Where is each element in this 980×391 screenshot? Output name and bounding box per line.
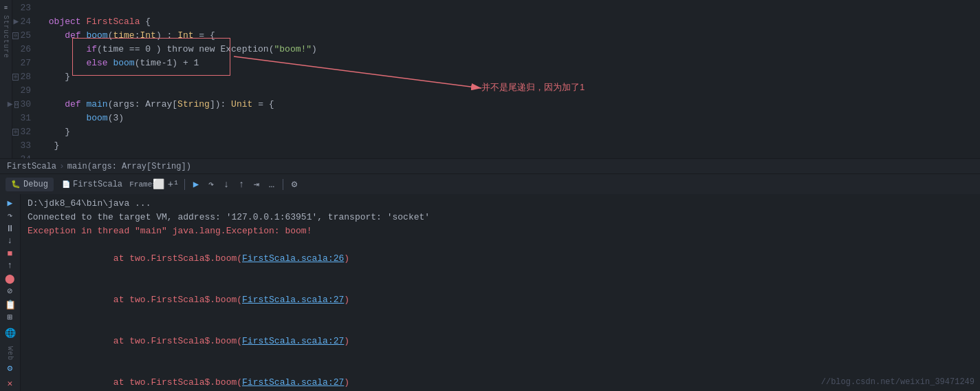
- step-over-btn[interactable]: ↷: [204, 178, 218, 191]
- stack-link-2[interactable]: FirstScala.scala:27: [242, 295, 344, 305]
- web-label: Web: [6, 346, 14, 361]
- step-out-icon-btn[interactable]: ↑: [3, 260, 18, 271]
- code-line-23: [43, 1, 980, 15]
- code-lines: object FirstScala { def boom(time:Int) :…: [43, 1, 980, 158]
- restore-layout-btn[interactable]: ⊞: [3, 312, 18, 323]
- debug-controls: Frames ⬜ +¹ ▶ ↷ ↓ ↑ ⇥ … ⚙: [136, 178, 301, 191]
- stack-trace-prefix-4: at two.FirstScala$.boom(: [70, 377, 242, 388]
- evaluate-btn[interactable]: …: [265, 178, 279, 191]
- run-cursor-btn[interactable]: ⇥: [250, 178, 263, 191]
- settings-btn[interactable]: ⚙: [287, 178, 301, 191]
- console-icon: ⬜: [153, 178, 164, 190]
- code-line-34: [43, 153, 980, 158]
- debug-tab-icon: 🐛: [11, 180, 21, 189]
- ln-27: 27: [12, 56, 36, 70]
- breadcrumb-item-1: FirstScala: [7, 162, 56, 171]
- pause-icon-btn[interactable]: ⏸: [3, 224, 18, 234]
- toolbar-divider2: [283, 179, 283, 190]
- close-debug-btn[interactable]: ✕: [3, 376, 18, 391]
- view-breakpoints-btn[interactable]: ⬤: [3, 273, 18, 284]
- ln-31: 31: [12, 112, 36, 125]
- code-line-31: boom(3): [43, 112, 980, 125]
- ln-24: ▶ 24: [12, 15, 36, 29]
- console-line-7: at two.FirstScala$.boom(FirstScala.scala…: [28, 362, 973, 391]
- ln-29: 29: [12, 84, 36, 98]
- debug-tab-label: Debug: [23, 180, 48, 189]
- structure-icon: ≡: [1, 3, 11, 13]
- ln-34: 34: [12, 153, 36, 158]
- console-line-1: D:\jdk8_64\bin\java ...: [28, 197, 973, 211]
- structure-label: Structure: [2, 15, 10, 59]
- ln-33: 33: [12, 139, 36, 153]
- gear-icon-btn[interactable]: ⚙: [3, 361, 18, 376]
- structure-strip: ≡ Structure: [0, 0, 12, 158]
- mute-breakpoints-btn[interactable]: ⊘: [3, 286, 18, 297]
- restore-btn[interactable]: +¹: [166, 178, 180, 191]
- stack-link-1[interactable]: FirstScala.scala:26: [242, 253, 344, 264]
- stack-trace-prefix-2: at two.FirstScala$.boom(: [70, 295, 242, 305]
- console-line-3: Exception in thread "main" java.lang.Exc…: [28, 224, 973, 238]
- frames-btn[interactable]: Frames: [136, 178, 150, 191]
- code-line-32: }: [43, 125, 980, 139]
- firstscala-tab-icon: 📄: [62, 180, 70, 189]
- ln-23: 23: [12, 1, 36, 15]
- step-into-icon-btn[interactable]: ↓: [3, 235, 18, 246]
- debug-main-content: D:\jdk8_64\bin\java ... Connected to the…: [21, 194, 980, 391]
- stack-trace-suffix-1: ): [344, 253, 349, 264]
- step-over-icon-btn[interactable]: ↷: [3, 210, 18, 221]
- firstscala-tab-label: FirstScala: [73, 180, 122, 189]
- console-btn[interactable]: ⬜: [151, 178, 165, 191]
- editor-area: ≡ Structure 23 ▶ 24 ⊖ 25 26 27 ⊕ 28 29 ▶…: [0, 0, 980, 158]
- console-output[interactable]: D:\jdk8_64\bin\java ... Connected to the…: [21, 194, 980, 391]
- stack-trace-prefix-1: at two.FirstScala$.boom(: [70, 253, 242, 264]
- resume-icon-btn[interactable]: ▶: [3, 198, 18, 209]
- console-line-2: Connected to the target VM, address: '12…: [28, 211, 973, 224]
- code-line-26: if(time == 0 ) throw new Exception("boom…: [43, 43, 980, 56]
- code-line-27: else boom(time-1) + 1: [43, 56, 980, 70]
- code-line-25: def boom(time:Int) : Int = {: [43, 29, 980, 43]
- ln-30: ▶ ⊖ 30: [12, 98, 36, 112]
- get-thread-dump-btn[interactable]: 📋: [3, 299, 18, 310]
- code-line-30: def main(args: Array[String]): Unit = {: [43, 98, 980, 112]
- debug-left-icons: ▶ ↷ ⏸ ↓ ■ ↑ ⬤ ⊘ 📋 ⊞ 🌐 Web ⚙ ✕ Favorites: [0, 194, 21, 391]
- debug-panel: ▶ ↷ ⏸ ↓ ■ ↑ ⬤ ⊘ 📋 ⊞ 🌐 Web ⚙ ✕ Favorites …: [0, 194, 980, 391]
- web-icon-btn[interactable]: 🌐: [3, 326, 18, 341]
- tab-debug[interactable]: 🐛 Debug: [6, 178, 54, 191]
- stack-trace-suffix-4: ): [344, 377, 349, 388]
- breadcrumb-bar: FirstScala › main(args: Array[String]): [0, 158, 980, 173]
- step-into-btn[interactable]: ↓: [219, 178, 233, 191]
- ln-28: ⊕ 28: [12, 70, 36, 84]
- console-line-5: at two.FirstScala$.boom(FirstScala.scala…: [28, 279, 973, 321]
- line-numbers: 23 ▶ 24 ⊖ 25 26 27 ⊕ 28 29 ▶ ⊖ 30 31: [12, 1, 43, 158]
- stack-link-3[interactable]: FirstScala.scala:27: [242, 336, 344, 346]
- ln-32: ⊕ 32: [12, 125, 36, 139]
- stop-icon-btn[interactable]: ■: [3, 249, 18, 259]
- breadcrumb-item-2: main(args: Array[String]): [67, 162, 191, 171]
- resume-btn[interactable]: ▶: [189, 178, 203, 191]
- step-out-btn[interactable]: ↑: [235, 178, 248, 191]
- stack-trace-suffix-3: ): [344, 336, 349, 346]
- toolbar-divider: [184, 179, 185, 190]
- editor-content: 23 ▶ 24 ⊖ 25 26 27 ⊕ 28 29 ▶ ⊖ 30 31: [12, 0, 980, 158]
- ln-26: 26: [12, 43, 36, 56]
- breadcrumb-sep: ›: [59, 161, 65, 171]
- console-line-6: at two.FirstScala$.boom(FirstScala.scala…: [28, 321, 973, 362]
- annotation-text: 并不是尾递归，因为加了1: [481, 81, 585, 94]
- web-section: 🌐 Web ⚙ ✕ Favorites: [3, 326, 18, 391]
- code-line-33: }: [43, 139, 980, 153]
- console-line-4: at two.FirstScala$.boom(FirstScala.scala…: [28, 238, 973, 279]
- code-line-24: object FirstScala {: [43, 15, 980, 29]
- stack-trace-prefix-3: at two.FirstScala$.boom(: [70, 336, 242, 346]
- ln-25: ⊖ 25: [12, 29, 36, 43]
- stack-link-4[interactable]: FirstScala.scala:27: [242, 377, 344, 388]
- debug-toolbar: 🐛 Debug 📄 FirstScala Frames ⬜ +¹ ▶ ↷ ↓ ↑…: [0, 173, 980, 194]
- stack-trace-suffix-2: ): [344, 295, 349, 305]
- tab-firstscala[interactable]: 📄 FirstScala: [56, 178, 128, 191]
